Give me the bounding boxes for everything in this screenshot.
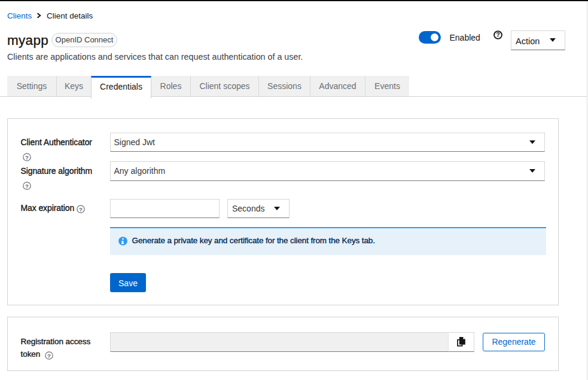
svg-text:?: ? (25, 182, 29, 189)
svg-text:?: ? (47, 352, 51, 358)
svg-text:?: ? (496, 31, 499, 38)
svg-text:?: ? (79, 206, 83, 212)
svg-text:?: ? (25, 154, 29, 160)
